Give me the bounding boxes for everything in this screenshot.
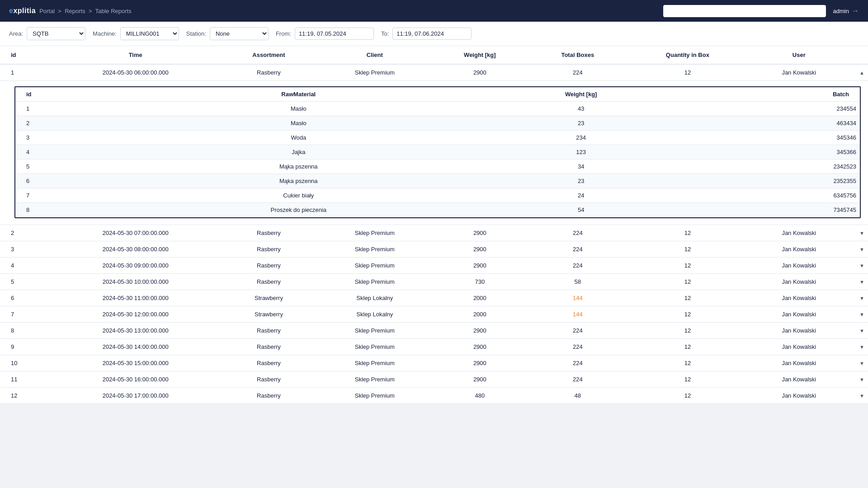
area-filter-group: Area: SQTB (9, 27, 85, 40)
inner-table-row: 3 Woda 234 345346 (15, 131, 860, 145)
inner-table-row: 1 Masło 43 234554 (15, 102, 860, 116)
chevron-down-icon[interactable]: ▼ (859, 393, 864, 399)
main-table-header: id Time Assortment Client Weight [kg] To… (0, 46, 868, 64)
admin-username: admin (833, 8, 849, 14)
cell-total-boxes: 224 (528, 225, 627, 241)
machine-select[interactable]: MILLING001 (120, 27, 179, 40)
chevron-down-icon[interactable]: ▼ (859, 377, 864, 382)
chevron-down-icon[interactable]: ▼ (859, 247, 864, 252)
chevron-up-icon[interactable]: ▲ (859, 70, 864, 75)
chevron-down-icon[interactable]: ▼ (859, 263, 864, 268)
cell-id: 8 (0, 323, 52, 339)
cell-chevron[interactable]: ▼ (850, 388, 868, 404)
cell-weight: 2000 (431, 290, 528, 306)
from-date-input[interactable] (295, 28, 374, 40)
breadcrumb-portal[interactable]: Portal (39, 8, 55, 14)
breadcrumb-reports[interactable]: Reports (65, 8, 85, 14)
inner-cell-id: 4 (15, 145, 128, 160)
cell-user: Jan Kowalski (748, 323, 850, 339)
cell-client: Sklep Lokalny (318, 306, 431, 323)
table-row: 6 2024-05-30 11:00:00.000 Strawberry Skl… (0, 290, 868, 306)
chevron-down-icon[interactable]: ▼ (859, 230, 864, 236)
inner-col-raw-material: RawMaterial (128, 87, 469, 102)
cell-total-boxes: 58 (528, 274, 627, 290)
station-select[interactable]: None (210, 27, 269, 40)
cell-chevron[interactable]: ▼ (850, 306, 868, 323)
cell-chevron[interactable]: ▼ (850, 339, 868, 355)
inner-table-row: 4 Jajka 123 345366 (15, 145, 860, 160)
machine-label: Machine: (93, 30, 117, 37)
inner-table-container: id RawMaterial Weight [kg] Batch 1 Masło… (14, 86, 861, 218)
cell-qty-in-box: 12 (627, 290, 748, 306)
cell-user: Jan Kowalski (748, 339, 850, 355)
cell-chevron[interactable]: ▼ (850, 290, 868, 306)
inner-cell-id: 6 (15, 174, 128, 188)
chevron-down-icon[interactable]: ▼ (859, 344, 864, 350)
cell-client: Sklep Premium (318, 64, 431, 81)
table-row: 8 2024-05-30 13:00:00.000 Rasberry Sklep… (0, 323, 868, 339)
cell-id: 10 (0, 355, 52, 371)
chevron-down-icon[interactable]: ▼ (859, 361, 864, 366)
inner-cell-weight: 23 (469, 174, 693, 188)
chevron-down-icon[interactable]: ▼ (859, 279, 864, 285)
cell-chevron[interactable]: ▼ (850, 355, 868, 371)
main-table-body: 1 2024-05-30 06:00:00.000 Rasberry Sklep… (0, 64, 868, 404)
cell-client: Sklep Premium (318, 323, 431, 339)
cell-time: 2024-05-30 08:00:00.000 (52, 241, 220, 258)
inner-table-row: 5 Mąka pszenna 34 2342523 (15, 160, 860, 174)
cell-assortment: Rasberry (220, 274, 318, 290)
cell-user: Jan Kowalski (748, 241, 850, 258)
cell-chevron[interactable]: ▼ (850, 323, 868, 339)
inner-cell-weight: 34 (469, 160, 693, 174)
table-row: 9 2024-05-30 14:00:00.000 Rasberry Sklep… (0, 339, 868, 355)
cell-client: Sklep Premium (318, 225, 431, 241)
logout-icon[interactable]: → (852, 7, 859, 15)
search-input[interactable] (663, 5, 826, 17)
to-date-input[interactable] (392, 28, 472, 40)
col-expand (850, 46, 868, 64)
inner-table-row: 6 Mąka pszenna 23 2352355 (15, 174, 860, 188)
breadcrumb: Portal > Reports > Table Reports (39, 8, 132, 14)
cell-weight: 2900 (431, 64, 528, 81)
inner-cell-id: 2 (15, 116, 128, 131)
col-user: User (748, 46, 850, 64)
chevron-down-icon[interactable]: ▼ (859, 328, 864, 333)
cell-id: 6 (0, 290, 52, 306)
cell-user: Jan Kowalski (748, 258, 850, 274)
inner-cell-raw-material: Cukier biały (128, 188, 469, 203)
cell-chevron[interactable]: ▼ (850, 274, 868, 290)
cell-chevron[interactable]: ▲ (850, 64, 868, 81)
logo: explitia (9, 7, 36, 15)
table-row: 11 2024-05-30 16:00:00.000 Rasberry Skle… (0, 371, 868, 388)
station-filter-group: Station: None (186, 27, 269, 40)
inner-cell-batch: 2342523 (693, 160, 860, 174)
cell-id: 7 (0, 306, 52, 323)
cell-chevron[interactable]: ▼ (850, 258, 868, 274)
cell-time: 2024-05-30 07:00:00.000 (52, 225, 220, 241)
cell-chevron[interactable]: ▼ (850, 371, 868, 388)
cell-total-boxes: 224 (528, 64, 627, 81)
cell-id: 5 (0, 274, 52, 290)
inner-cell-id: 8 (15, 203, 128, 217)
cell-client: Sklep Premium (318, 258, 431, 274)
cell-assortment: Strawberry (220, 306, 318, 323)
cell-weight: 2000 (431, 306, 528, 323)
inner-cell-batch: 7345745 (693, 203, 860, 217)
cell-client: Sklep Premium (318, 355, 431, 371)
chevron-down-icon[interactable]: ▼ (859, 312, 864, 317)
cell-weight: 2900 (431, 355, 528, 371)
inner-cell-batch: 2352355 (693, 174, 860, 188)
to-label: To: (381, 30, 389, 37)
cell-time: 2024-05-30 06:00:00.000 (52, 64, 220, 81)
expanded-row: id RawMaterial Weight [kg] Batch 1 Masło… (0, 81, 868, 225)
cell-time: 2024-05-30 12:00:00.000 (52, 306, 220, 323)
cell-client: Sklep Premium (318, 339, 431, 355)
inner-cell-raw-material: Masło (128, 102, 469, 116)
area-select[interactable]: SQTB (27, 27, 85, 40)
chevron-down-icon[interactable]: ▼ (859, 296, 864, 301)
inner-table: id RawMaterial Weight [kg] Batch 1 Masło… (15, 87, 860, 217)
inner-col-weight: Weight [kg] (469, 87, 693, 102)
cell-qty-in-box: 12 (627, 225, 748, 241)
cell-chevron[interactable]: ▼ (850, 241, 868, 258)
cell-chevron[interactable]: ▼ (850, 225, 868, 241)
